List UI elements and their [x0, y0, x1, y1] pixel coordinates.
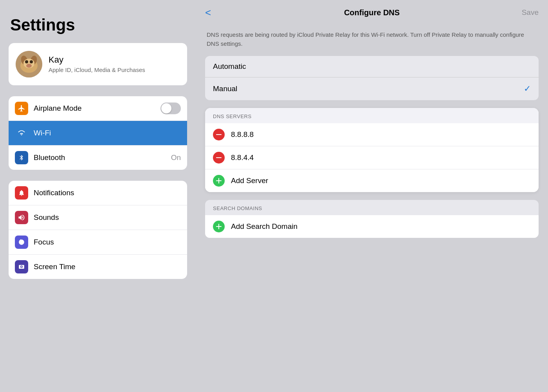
- svg-point-5: [25, 60, 28, 63]
- settings-title: Settings: [9, 16, 187, 34]
- notifications-label: Notifications: [34, 189, 181, 197]
- wifi-row[interactable]: Wi-Fi: [9, 120, 187, 145]
- automatic-label: Automatic: [213, 62, 531, 71]
- focus-row[interactable]: Focus: [9, 230, 187, 254]
- profile-info: Kay Apple ID, iCloud, Media & Purchases: [49, 55, 145, 74]
- left-panel: Settings Kay Apple ID, iCloud, Media & P…: [0, 0, 196, 392]
- toggle-thumb: [161, 103, 171, 113]
- connectivity-group: Airplane Mode Wi-Fi Bluetooth On: [9, 96, 187, 170]
- system-group: Notifications Sounds Focus Screen Time: [9, 181, 187, 279]
- right-content: DNS requests are being routed by iCloud …: [196, 25, 548, 392]
- add-search-domain-label: Add Search Domain: [231, 222, 297, 231]
- svg-point-7: [26, 64, 32, 68]
- dns-mode-manual[interactable]: Manual ✓: [205, 77, 539, 100]
- nav-bar: < Configure DNS Save: [196, 0, 548, 25]
- dns-servers-section: DNS SERVERS 8.8.8.8 8.8.4.4 Add Server: [205, 108, 539, 192]
- notifications-icon: [15, 186, 28, 200]
- server-ip-1: 8.8.8.8: [231, 130, 254, 139]
- bluetooth-value: On: [171, 153, 181, 162]
- airplane-mode-icon: [15, 102, 28, 115]
- add-search-domain-button[interactable]: [213, 221, 225, 232]
- airplane-mode-toggle[interactable]: [160, 102, 181, 114]
- focus-label: Focus: [34, 238, 181, 246]
- bluetooth-icon: [15, 151, 28, 164]
- focus-icon: [15, 236, 28, 249]
- profile-subtitle: Apple ID, iCloud, Media & Purchases: [49, 66, 145, 74]
- notifications-row[interactable]: Notifications: [9, 181, 187, 205]
- sounds-label: Sounds: [34, 213, 181, 222]
- sounds-row[interactable]: Sounds: [9, 205, 187, 230]
- screen-time-icon: [15, 260, 28, 273]
- profile-name: Kay: [49, 55, 145, 65]
- dns-mode-automatic[interactable]: Automatic: [205, 56, 539, 77]
- screen-time-row[interactable]: Screen Time: [9, 254, 187, 279]
- avatar: [16, 51, 42, 77]
- checkmark-icon: ✓: [524, 84, 531, 94]
- add-search-domain-row[interactable]: Add Search Domain: [205, 215, 539, 238]
- add-server-label: Add Server: [231, 176, 268, 185]
- dns-mode-group: Automatic Manual ✓: [205, 56, 539, 100]
- screen-time-label: Screen Time: [34, 263, 181, 271]
- airplane-mode-row[interactable]: Airplane Mode: [9, 96, 187, 120]
- wifi-icon: [15, 126, 28, 140]
- remove-server-1-button[interactable]: [213, 129, 225, 140]
- remove-server-2-button[interactable]: [213, 152, 225, 164]
- airplane-mode-label: Airplane Mode: [34, 104, 160, 113]
- manual-label: Manual: [213, 85, 524, 93]
- dns-notice: DNS requests are being routed by iCloud …: [205, 31, 539, 48]
- search-domains-section: SEARCH DOMAINS Add Search Domain: [205, 200, 539, 238]
- right-panel: < Configure DNS Save DNS requests are be…: [196, 0, 548, 392]
- nav-title: Configure DNS: [344, 8, 400, 17]
- dns-server-row-1[interactable]: 8.8.8.8: [205, 123, 539, 146]
- wifi-label: Wi-Fi: [34, 129, 181, 137]
- back-button[interactable]: <: [205, 7, 211, 19]
- server-ip-2: 8.8.4.4: [231, 153, 254, 162]
- add-server-row[interactable]: Add Server: [205, 169, 539, 192]
- dns-server-row-2[interactable]: 8.8.4.4: [205, 146, 539, 169]
- sounds-icon: [15, 211, 28, 224]
- add-server-button[interactable]: [213, 175, 225, 187]
- search-domains-header: SEARCH DOMAINS: [205, 200, 539, 215]
- bluetooth-row[interactable]: Bluetooth On: [9, 145, 187, 170]
- svg-point-6: [30, 60, 33, 63]
- save-button[interactable]: Save: [522, 8, 539, 17]
- profile-card[interactable]: Kay Apple ID, iCloud, Media & Purchases: [9, 43, 187, 85]
- bluetooth-label: Bluetooth: [34, 153, 171, 162]
- dns-servers-header: DNS SERVERS: [205, 108, 539, 123]
